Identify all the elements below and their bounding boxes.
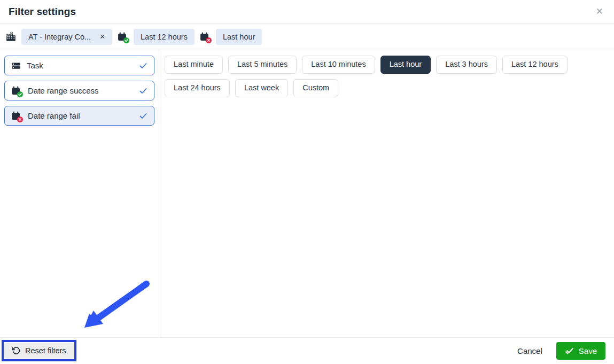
dialog-footer: Reset filters Cancel Save bbox=[0, 337, 614, 363]
reset-filters-label: Reset filters bbox=[25, 346, 66, 355]
calendar-fail-icon bbox=[11, 111, 22, 121]
time-range-button-last-week[interactable]: Last week bbox=[235, 79, 288, 97]
save-button[interactable]: Save bbox=[556, 342, 605, 360]
sidebar-item-task[interactable]: Task bbox=[4, 56, 154, 75]
remove-filter-icon[interactable]: ✕ bbox=[99, 33, 105, 41]
double-check-icon bbox=[565, 346, 574, 355]
filter-chip-company-label: AT - Integray Co... bbox=[28, 33, 91, 41]
time-range-button-last-5-minutes[interactable]: Last 5 minutes bbox=[228, 56, 297, 74]
filter-chip-date-success[interactable]: Last 12 hours bbox=[134, 29, 195, 45]
filter-chip-company[interactable]: AT - Integray Co... ✕ bbox=[21, 29, 112, 45]
save-label: Save bbox=[579, 346, 597, 355]
sidebar-item-label: Date range success bbox=[28, 86, 133, 95]
check-icon bbox=[139, 112, 147, 120]
filter-settings-dialog: { "dialog": { "title": "Filter settings"… bbox=[0, 0, 614, 364]
footer-actions: Cancel Save bbox=[516, 342, 605, 360]
dialog-body: Task Date range success bbox=[0, 50, 614, 337]
undo-icon bbox=[12, 346, 20, 355]
sidebar-item-date-range-success[interactable]: Date range success bbox=[4, 81, 154, 100]
check-icon bbox=[139, 61, 147, 70]
calendar-fail-icon bbox=[199, 31, 211, 43]
time-range-button-last-3-hours[interactable]: Last 3 hours bbox=[436, 56, 497, 74]
time-range-button-last-12-hours[interactable]: Last 12 hours bbox=[502, 56, 568, 74]
company-icon bbox=[5, 31, 17, 43]
time-range-button-last-24-hours[interactable]: Last 24 hours bbox=[165, 79, 230, 97]
dialog-header: Filter settings ✕ bbox=[0, 0, 614, 24]
time-range-button-last-10-minutes[interactable]: Last 10 minutes bbox=[302, 56, 375, 74]
time-range-button-custom[interactable]: Custom bbox=[293, 79, 338, 97]
reset-filters-highlight-box: Reset filters bbox=[2, 340, 76, 361]
filter-category-sidebar: Task Date range success bbox=[0, 50, 159, 337]
filter-chip-date-fail[interactable]: Last hour bbox=[216, 29, 262, 45]
dialog-title: Filter settings bbox=[9, 6, 76, 18]
sidebar-item-label: Date range fail bbox=[28, 111, 133, 120]
reset-filters-button[interactable]: Reset filters bbox=[4, 343, 74, 359]
calendar-success-icon bbox=[11, 86, 22, 96]
active-filters-bar: AT - Integray Co... ✕ Last 12 hours Last… bbox=[0, 24, 614, 50]
cancel-button[interactable]: Cancel bbox=[516, 344, 543, 358]
task-icon bbox=[11, 61, 21, 71]
time-range-button-last-minute[interactable]: Last minute bbox=[165, 56, 223, 74]
calendar-success-icon bbox=[117, 31, 129, 43]
check-icon bbox=[139, 87, 147, 95]
time-range-options: Last minute Last 5 minutes Last 10 minut… bbox=[165, 56, 571, 97]
time-range-button-last-hour[interactable]: Last hour bbox=[380, 56, 431, 74]
sidebar-item-date-range-fail[interactable]: Date range fail bbox=[4, 106, 154, 126]
filter-chip-date-fail-label: Last hour bbox=[223, 33, 255, 41]
filter-chip-date-success-label: Last 12 hours bbox=[141, 33, 188, 41]
close-icon[interactable]: ✕ bbox=[594, 5, 605, 18]
time-range-panel: Last minute Last 5 minutes Last 10 minut… bbox=[159, 50, 614, 337]
sidebar-item-label: Task bbox=[27, 61, 133, 70]
